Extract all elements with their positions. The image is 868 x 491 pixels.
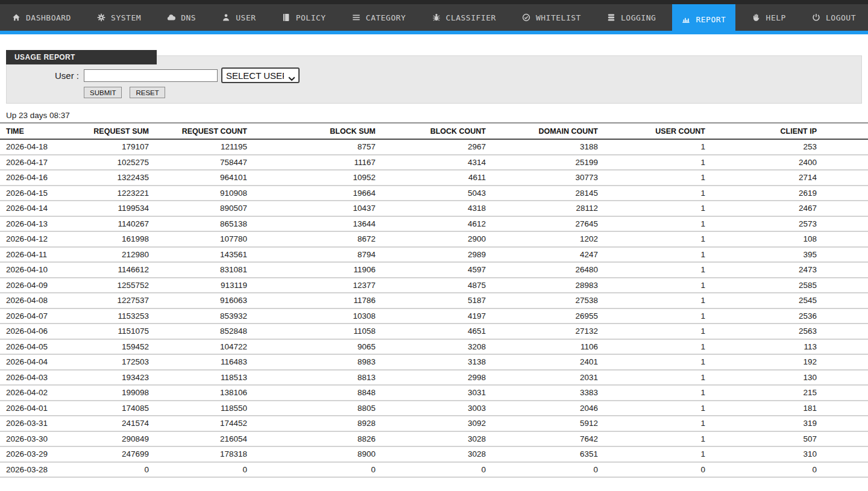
- table-cell: 1: [598, 170, 705, 186]
- nav-item-dashboard[interactable]: DASHBOARD: [2, 4, 81, 31]
- table-cell: 2026-04-11: [0, 247, 90, 263]
- nav-item-logging[interactable]: LOGGING: [597, 4, 665, 31]
- table-cell: 1: [598, 293, 705, 308]
- table-cell: 27645: [486, 216, 598, 232]
- table-cell: 27132: [486, 324, 598, 339]
- table-cell: 0: [486, 462, 598, 478]
- table-cell: 2026-03-28: [0, 462, 90, 478]
- nav-item-report[interactable]: REPORT: [672, 4, 735, 34]
- table-cell: 0: [247, 462, 376, 478]
- bug-icon: [432, 13, 441, 22]
- table-cell: 5043: [376, 186, 486, 201]
- table-cell: 1: [598, 385, 705, 401]
- nav-item-policy[interactable]: POLICY: [272, 4, 336, 31]
- home-icon: [12, 13, 20, 22]
- table-row: 2026-04-16132243596410110952461130773127…: [0, 170, 868, 186]
- table-row: 2026-04-121619981077808672290012021108: [0, 231, 868, 247]
- table-cell: 113: [705, 339, 868, 355]
- table-cell: 179107: [90, 139, 149, 155]
- nav-item-system[interactable]: SYSTEM: [87, 4, 151, 31]
- table-body: 2026-04-18179107121195875729673188125320…: [0, 139, 868, 477]
- nav-item-category[interactable]: CATEGORY: [342, 4, 416, 31]
- table-cell: 1025275: [90, 155, 149, 170]
- submit-button[interactable]: SUBMIT: [84, 87, 122, 98]
- table-cell: 108: [705, 231, 868, 247]
- table-row: 2026-03-302908492160548826302876421507: [0, 431, 868, 447]
- table-cell: 3028: [376, 431, 486, 447]
- nav-item-label: USER: [236, 13, 256, 22]
- table-cell: 5912: [486, 416, 598, 431]
- table-cell: 865138: [149, 216, 247, 232]
- table-cell: 8928: [247, 416, 376, 431]
- table-cell: 9065: [247, 339, 376, 355]
- table-cell: 1: [598, 431, 705, 447]
- table-cell: 3031: [376, 385, 486, 401]
- table-cell: 1227537: [90, 293, 149, 308]
- table-cell: 13644: [247, 216, 376, 232]
- nav-item-label: LOGGING: [621, 13, 656, 22]
- reset-button[interactable]: RESET: [130, 87, 165, 98]
- table-cell: 2026-03-31: [0, 416, 90, 431]
- nav-item-help[interactable]: HELP: [743, 4, 796, 31]
- table-cell: 178318: [149, 446, 247, 462]
- nav-item-label: REPORT: [696, 15, 726, 24]
- table-cell: 1151075: [90, 324, 149, 339]
- table-cell: 2026-04-14: [0, 201, 90, 216]
- table-row: 2026-04-14119953489050710437431828112124…: [0, 201, 868, 216]
- table-cell: 107780: [149, 231, 247, 247]
- table-cell: 138106: [149, 385, 247, 401]
- table-cell: 143561: [149, 247, 247, 263]
- table-row: 2026-03-312415741744528928309259121319: [0, 416, 868, 431]
- table-cell: 853932: [149, 308, 247, 324]
- table-cell: 2467: [705, 201, 868, 216]
- panel-title: USAGE REPORT: [6, 50, 157, 64]
- table-cell: 199098: [90, 385, 149, 401]
- table-cell: 216054: [149, 431, 247, 447]
- table-row: 2026-04-09125575291311912377487528983125…: [0, 278, 868, 293]
- table-cell: 2619: [705, 186, 868, 201]
- table-cell: 1: [598, 370, 705, 386]
- uptime-text: Up 23 days 08:37: [6, 111, 868, 120]
- table-cell: 26480: [486, 262, 598, 278]
- nav-item-user[interactable]: USER: [212, 4, 265, 31]
- table-cell: 3003: [376, 401, 486, 416]
- column-header-time: TIME: [0, 123, 90, 139]
- nav-item-whitelist[interactable]: WHITELIST: [512, 4, 591, 31]
- gear-icon: [97, 13, 105, 22]
- table-cell: 3028: [376, 446, 486, 462]
- table-row: 2026-03-280000000: [0, 462, 868, 478]
- table-cell: 1: [598, 354, 705, 370]
- table-cell: 3383: [486, 385, 598, 401]
- table-cell: 1: [598, 324, 705, 339]
- table-cell: 4247: [486, 247, 598, 263]
- table-cell: 890507: [149, 201, 247, 216]
- bar-chart-icon: [682, 15, 690, 23]
- table-cell: 130: [705, 370, 868, 386]
- table-cell: 8826: [247, 431, 376, 447]
- usage-report-table: TIMEREQUEST SUMREQUEST COUNTBLOCK SUMBLO…: [0, 122, 868, 478]
- power-icon: [812, 13, 820, 22]
- nav-item-dns[interactable]: DNS: [157, 4, 206, 31]
- user-input[interactable]: [84, 69, 218, 82]
- table-cell: 0: [598, 462, 705, 478]
- nav-item-label: CLASSIFIER: [446, 13, 496, 22]
- table-cell: 193423: [90, 370, 149, 386]
- table-cell: 0: [90, 462, 149, 478]
- table-row: 2026-04-10114661283108111906459726480124…: [0, 262, 868, 278]
- user-select[interactable]: SELECT USER: [221, 67, 300, 83]
- nav-item-label: HELP: [766, 13, 786, 22]
- table-cell: 26955: [486, 308, 598, 324]
- table-cell: 1: [598, 308, 705, 324]
- table-cell: 192: [705, 354, 868, 370]
- table-cell: 28112: [486, 201, 598, 216]
- table-cell: 181: [705, 401, 868, 416]
- table-cell: 3188: [486, 139, 598, 155]
- table-row: 2026-03-292476991783188900302863511310: [0, 446, 868, 462]
- table-cell: 2026-04-01: [0, 401, 90, 416]
- table-cell: 2400: [705, 155, 868, 170]
- table-cell: 4875: [376, 278, 486, 293]
- table-cell: 1: [598, 278, 705, 293]
- table-cell: 8900: [247, 446, 376, 462]
- nav-item-classifier[interactable]: CLASSIFIER: [423, 4, 506, 31]
- nav-item-logout[interactable]: LOGOUT: [802, 4, 866, 31]
